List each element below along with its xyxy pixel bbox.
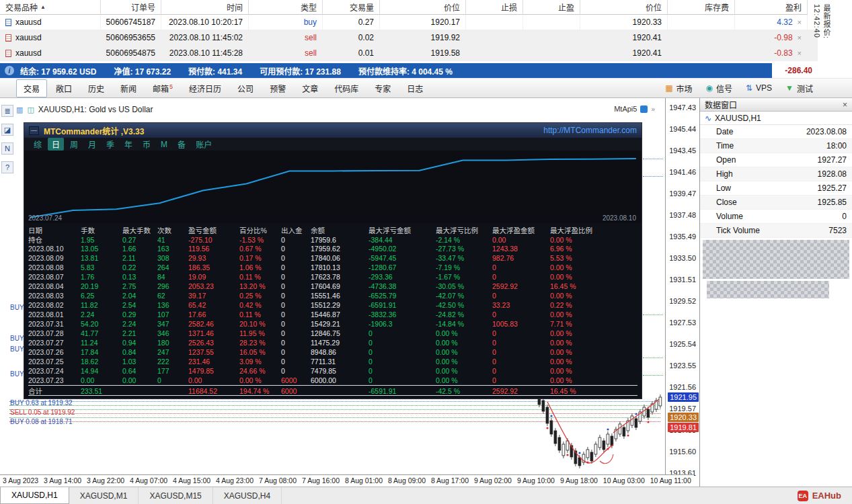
column-header-6[interactable]: 止损 <box>466 0 523 15</box>
stats-cell: 2023.08.04 <box>28 282 81 290</box>
stats-row: 2023.08.0211.822.5413665.420.42 %015512.… <box>28 300 637 310</box>
toolbox-tab-预警[interactable]: 预警 <box>262 79 293 97</box>
trade-row[interactable]: xauusd506069548752023.08.10 11:45:28sell… <box>0 46 818 61</box>
chart-tab-XAGUSD,M1[interactable]: XAGUSD,M1 <box>69 487 139 504</box>
stats-cell: 0 <box>281 367 311 375</box>
mtcommander-tab-周[interactable]: 周 <box>66 138 82 151</box>
stats-cell: 2023.07.24 <box>28 367 81 375</box>
toolbox-tab-敞口[interactable]: 敞口 <box>48 79 79 97</box>
profit-value: -0.98 <box>774 33 792 42</box>
toolbox-tab-文章[interactable]: 文章 <box>295 79 325 97</box>
mtcommander-tab-季[interactable]: 季 <box>102 138 118 151</box>
cell-symbol: xauusd <box>0 15 101 30</box>
toolbar-button-市场[interactable]: ▦市场 <box>665 83 692 94</box>
mtcommander-tab-综[interactable]: 综 <box>30 138 46 151</box>
trade-row[interactable]: xauusd506069536552023.08.10 11:45:02sell… <box>0 30 818 46</box>
toolbox-tab-代码库[interactable]: 代码库 <box>327 79 366 97</box>
stats-cell: 2023.08.02 <box>28 301 81 309</box>
column-header-0[interactable]: 交易品种▲ <box>0 0 101 15</box>
stats-cell: 0.00 % <box>550 376 601 384</box>
toolbox-tab-经济日历[interactable]: 经济日历 <box>182 79 229 97</box>
column-header-10[interactable]: 盈利 <box>735 0 808 15</box>
stats-cell: 2.11 <box>122 254 157 262</box>
mtcommander-tab-币[interactable]: 币 <box>139 138 155 151</box>
ea-panel-button-2[interactable]: N <box>1 142 13 155</box>
indicator-icon[interactable]: ▥ <box>16 106 23 114</box>
stats-cell: 0.00 % <box>436 348 492 356</box>
stats-total-cell: 6000 <box>281 387 311 395</box>
mtapi-label[interactable]: MtApi5 » <box>614 105 655 113</box>
ea-panel-button-0[interactable]: ≣ <box>1 105 13 117</box>
toolbox-tab-专家[interactable]: 专家 <box>367 79 398 97</box>
stats-cell: 2.21 <box>122 329 157 337</box>
toolbar-button-测试[interactable]: ▼测试 <box>785 83 813 94</box>
stats-cell: -6525.79 <box>369 292 436 300</box>
close-position-button[interactable]: × <box>798 18 802 26</box>
chart-tab-XAUUSD,H1[interactable]: XAUUSD,H1 <box>0 487 69 504</box>
latest-quote-vertical-label: 最新报价: 12:42:40 <box>813 4 832 71</box>
ea-panel-button-3[interactable]: ? <box>1 161 13 173</box>
toolbox-tab-公司[interactable]: 公司 <box>230 79 261 97</box>
mtcommander-tab-月[interactable]: 月 <box>84 138 100 151</box>
time-axis[interactable]: 3 Aug 20233 Aug 14:003 Aug 22:004 Aug 07… <box>0 474 694 487</box>
column-header-3[interactable]: 类型 <box>249 0 323 15</box>
mtcommander-tab-账户[interactable]: 账户 <box>192 138 216 151</box>
stats-cell: 17959.62 <box>311 245 369 253</box>
time-axis-label: 4 Aug 07:00 <box>130 476 167 487</box>
column-header-1[interactable]: 订单号 <box>101 0 161 15</box>
mtapi-text: MtApi5 <box>614 105 637 113</box>
mtcommander-tab-备[interactable]: 备 <box>173 138 190 151</box>
toolbox-tab-历史[interactable]: 历史 <box>81 79 112 97</box>
column-header-7[interactable]: 止盈 <box>523 0 580 15</box>
close-position-button[interactable]: × <box>798 34 802 42</box>
cell-sl <box>466 46 523 60</box>
mtcommander-panel[interactable]: — MTCommander统计 ,V3.33 http://MTCommande… <box>24 122 642 399</box>
mtcommander-tabs: 综日周月季年币M备账户 <box>24 138 642 151</box>
price-axis[interactable]: 1947.431945.441943.451941.461939.471937.… <box>665 98 699 474</box>
close-icon[interactable]: × <box>843 100 847 110</box>
data-window-symbol-row: ∿ XAUUSD,H1 <box>700 112 852 125</box>
chart-mode-icon[interactable]: ◫ <box>27 106 34 114</box>
cell-swap <box>668 46 735 60</box>
trade-marker-label: SELL 0.05 at 1919.92 <box>10 409 75 416</box>
column-header-9[interactable]: 库存费 <box>668 0 735 15</box>
chart-area[interactable]: ≣◪N? ▥ ◫ XAUUSD,H1: Gold vs US Dollar Mt… <box>0 98 664 474</box>
stats-cell: 11.82 <box>81 301 122 309</box>
stats-cell: 0 <box>492 263 550 271</box>
mtcommander-tab-年[interactable]: 年 <box>120 138 137 151</box>
price-axis-label: 1925.54 <box>669 340 696 348</box>
column-header-4[interactable]: 交易量 <box>323 0 380 15</box>
column-header-2[interactable]: 时间 <box>161 0 249 15</box>
toolbox-tab-交易[interactable]: 交易 <box>16 79 47 97</box>
chart-tab-XAGUSD,H4[interactable]: XAGUSD,H4 <box>213 487 282 504</box>
cell-price-open: 1919.92 <box>380 30 466 45</box>
column-header-5[interactable]: 价位 <box>380 0 466 15</box>
toolbox-tab-邮箱[interactable]: 邮箱5 <box>145 79 180 97</box>
cell-sl <box>466 30 523 45</box>
ea-panel-button-1[interactable]: ◪ <box>1 124 13 136</box>
mtcommander-tab-日[interactable]: 日 <box>48 138 64 151</box>
toolbar-button-信号[interactable]: ◉信号 <box>706 83 733 94</box>
stats-cell: 0.00 % <box>550 236 601 244</box>
stats-cell: 347 <box>157 320 188 328</box>
toolbox-tab-日志[interactable]: 日志 <box>399 79 430 97</box>
mtcommander-url-link[interactable]: http://MTCommander.com <box>543 126 637 135</box>
toolbox-tab-新闻[interactable]: 新闻 <box>113 79 144 97</box>
minimize-button[interactable]: — <box>29 126 39 135</box>
close-position-button[interactable]: × <box>798 49 802 57</box>
summary-item: 结余: 17 959.62 USD <box>20 65 96 77</box>
stats-row: 2023.08.1013.051.66163119.560.67 %017959… <box>28 244 637 253</box>
toolbar-button-VPS[interactable]: ⇅VPS <box>746 83 772 93</box>
mtcommander-tab-M[interactable]: M <box>157 139 171 150</box>
stats-cell: 136 <box>157 301 188 309</box>
time-axis-label: 10 Aug 03:00 <box>603 476 645 487</box>
price-axis-label: 1927.53 <box>669 319 696 327</box>
stats-cell: -3832.36 <box>369 310 436 319</box>
chart-tab-XAGUSD,M15[interactable]: XAGUSD,M15 <box>139 487 212 504</box>
stats-total-cell: 194.74 % <box>239 387 281 395</box>
trade-row[interactable]: xauusd506067451872023.08.10 10:20:17buy0… <box>0 15 818 30</box>
time-axis-label: 3 Aug 2023 <box>3 476 38 487</box>
stats-cell: 0.00 <box>188 376 239 384</box>
column-header-8[interactable]: 价位 <box>580 0 668 15</box>
stats-cell: 2023.07.27 <box>28 339 81 347</box>
